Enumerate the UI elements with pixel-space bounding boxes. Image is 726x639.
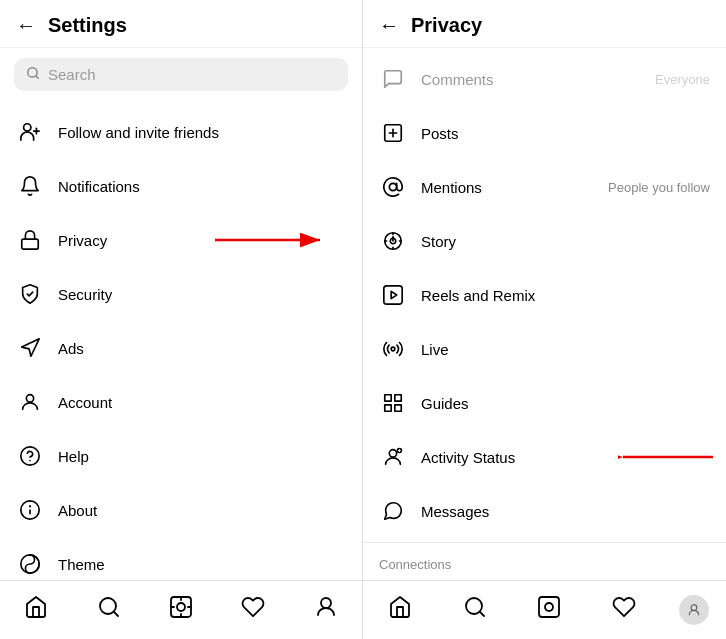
activity-icon bbox=[379, 443, 407, 471]
right-home-nav-icon[interactable] bbox=[380, 591, 420, 629]
settings-menu: Follow and invite friends Notifications … bbox=[0, 101, 362, 580]
lock-icon bbox=[16, 226, 44, 254]
help-icon bbox=[16, 442, 44, 470]
menu-label-ads: Ads bbox=[58, 340, 84, 357]
svg-point-38 bbox=[391, 347, 395, 351]
menu-label-help: Help bbox=[58, 448, 89, 465]
right-profile-nav-icon[interactable] bbox=[679, 595, 709, 625]
bell-icon bbox=[16, 172, 44, 200]
menu-item-posts[interactable]: Posts bbox=[363, 106, 726, 160]
menu-item-reels[interactable]: Reels and Remix bbox=[363, 268, 726, 322]
search-bar[interactable]: Search bbox=[14, 58, 348, 91]
menu-label-posts: Posts bbox=[421, 125, 710, 142]
comments-icon bbox=[379, 65, 407, 93]
menu-item-comments[interactable]: Comments Everyone bbox=[363, 52, 726, 106]
svg-marker-37 bbox=[391, 291, 397, 298]
posts-icon bbox=[379, 119, 407, 147]
svg-point-56 bbox=[691, 605, 697, 611]
svg-rect-42 bbox=[385, 405, 391, 411]
mentions-icon bbox=[379, 173, 407, 201]
search-placeholder: Search bbox=[48, 66, 96, 83]
settings-panel: ← Settings Search Follow and invite frie… bbox=[0, 0, 363, 639]
right-bottom-nav bbox=[363, 580, 726, 639]
menu-sub-mentions: People you follow bbox=[608, 180, 710, 195]
menu-item-notifications[interactable]: Notifications bbox=[0, 159, 362, 213]
right-search-nav-icon[interactable] bbox=[455, 591, 495, 629]
menu-item-story[interactable]: Story bbox=[363, 214, 726, 268]
info-icon bbox=[16, 496, 44, 524]
connections-section-label: Connections bbox=[363, 547, 726, 576]
menu-label-guides: Guides bbox=[421, 395, 710, 412]
menu-item-ads[interactable]: Ads bbox=[0, 321, 362, 375]
svg-rect-40 bbox=[395, 395, 401, 401]
privacy-panel: ← Privacy Comments Everyone Posts bbox=[363, 0, 726, 639]
account-icon bbox=[16, 388, 44, 416]
right-heart-nav-icon[interactable] bbox=[604, 591, 644, 629]
menu-item-guides[interactable]: Guides bbox=[363, 376, 726, 430]
menu-item-theme[interactable]: Theme bbox=[0, 537, 362, 580]
menu-sub-comments: Everyone bbox=[655, 72, 710, 87]
reels-nav-icon[interactable] bbox=[161, 591, 201, 629]
left-bottom-nav bbox=[0, 580, 362, 639]
svg-line-53 bbox=[480, 612, 484, 616]
privacy-red-arrow bbox=[210, 226, 330, 254]
menu-item-help[interactable]: Help bbox=[0, 429, 362, 483]
privacy-header: ← Privacy bbox=[363, 0, 726, 48]
svg-point-9 bbox=[21, 447, 39, 465]
shield-icon bbox=[16, 280, 44, 308]
menu-item-account[interactable]: Account bbox=[0, 375, 362, 429]
search-icon bbox=[26, 66, 40, 83]
menu-item-live[interactable]: Live bbox=[363, 322, 726, 376]
menu-item-privacy[interactable]: Privacy bbox=[0, 213, 362, 267]
story-icon bbox=[379, 227, 407, 255]
svg-point-27 bbox=[389, 183, 396, 190]
svg-rect-36 bbox=[384, 286, 402, 304]
svg-point-43 bbox=[389, 450, 396, 457]
activity-red-arrow bbox=[618, 445, 718, 469]
menu-item-restricted[interactable]: Restricted accounts bbox=[363, 576, 726, 580]
theme-icon bbox=[16, 550, 44, 578]
profile-nav-icon[interactable] bbox=[306, 591, 346, 629]
svg-point-55 bbox=[545, 603, 553, 611]
right-reels-nav-icon[interactable] bbox=[529, 591, 569, 629]
settings-title: Settings bbox=[48, 14, 127, 37]
menu-label-theme: Theme bbox=[58, 556, 105, 573]
ads-icon bbox=[16, 334, 44, 362]
menu-label-account: Account bbox=[58, 394, 112, 411]
menu-label-comments: Comments bbox=[421, 71, 655, 88]
privacy-title: Privacy bbox=[411, 14, 482, 37]
menu-item-activity[interactable]: Activity Status bbox=[363, 430, 726, 484]
privacy-menu: Comments Everyone Posts Mention bbox=[363, 48, 726, 580]
svg-rect-5 bbox=[22, 239, 39, 249]
menu-label-messages: Messages bbox=[421, 503, 710, 520]
svg-rect-54 bbox=[539, 597, 559, 617]
svg-point-18 bbox=[177, 603, 185, 611]
menu-item-about[interactable]: About bbox=[0, 483, 362, 537]
menu-item-follow[interactable]: Follow and invite friends bbox=[0, 105, 362, 159]
menu-label-live: Live bbox=[421, 341, 710, 358]
menu-item-mentions[interactable]: Mentions People you follow bbox=[363, 160, 726, 214]
search-nav-icon[interactable] bbox=[89, 591, 129, 629]
home-nav-icon[interactable] bbox=[16, 591, 56, 629]
menu-item-security[interactable]: Security bbox=[0, 267, 362, 321]
menu-label-reels: Reels and Remix bbox=[421, 287, 710, 304]
svg-rect-41 bbox=[395, 405, 401, 411]
reels-icon bbox=[379, 281, 407, 309]
heart-nav-icon[interactable] bbox=[233, 591, 273, 629]
live-icon bbox=[379, 335, 407, 363]
menu-item-messages[interactable]: Messages bbox=[363, 484, 726, 538]
svg-line-16 bbox=[113, 612, 117, 616]
menu-label-follow: Follow and invite friends bbox=[58, 124, 219, 141]
svg-point-23 bbox=[321, 598, 331, 608]
svg-point-8 bbox=[26, 395, 33, 402]
back-button[interactable]: ← bbox=[16, 14, 36, 37]
guides-icon bbox=[379, 389, 407, 417]
menu-label-mentions: Mentions bbox=[421, 179, 608, 196]
svg-point-2 bbox=[24, 124, 31, 131]
divider bbox=[363, 542, 726, 543]
privacy-back-button[interactable]: ← bbox=[379, 14, 399, 37]
settings-header: ← Settings bbox=[0, 0, 362, 48]
svg-rect-39 bbox=[385, 395, 391, 401]
follow-icon bbox=[16, 118, 44, 146]
menu-label-security: Security bbox=[58, 286, 112, 303]
